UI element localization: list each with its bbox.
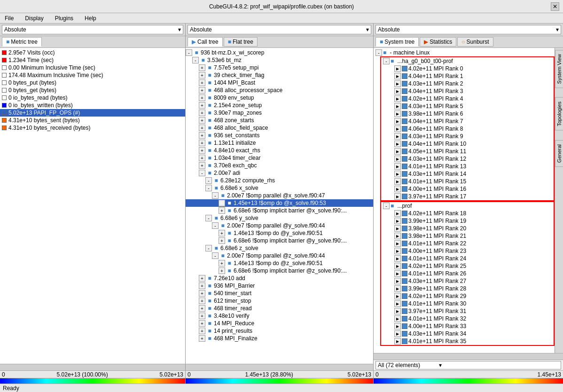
expand-button[interactable]: +: [199, 282, 205, 289]
expand-button[interactable]: +: [199, 335, 205, 342]
expand-button[interactable]: +: [219, 200, 225, 206]
call-tree-row[interactable]: -■2.00e7 adi: [186, 169, 373, 177]
rank-row[interactable]: ▶4.03e+11 MPI Rank 9: [381, 133, 554, 140]
rank-row[interactable]: ▶4.04e+11 MPI Rank 7: [381, 118, 554, 125]
tab-metric-tree[interactable]: ■ Metric tree: [2, 37, 42, 47]
rank-expand[interactable]: ▶: [394, 285, 401, 292]
rank-row[interactable]: ▶3.97e+11 MPI Rank 31: [381, 307, 554, 315]
call-tree-row[interactable]: +■468 MPI_Finalize: [186, 335, 373, 342]
expand-button[interactable]: +: [199, 320, 205, 327]
metric-hscrollbar[interactable]: [0, 364, 185, 370]
expand-button[interactable]: +: [199, 94, 205, 101]
rank-row[interactable]: ▶4.00e+11 MPI Rank 33: [381, 322, 554, 330]
rank-row[interactable]: ▶4.03e+11 MPI Rank 12: [381, 155, 554, 163]
expand-button[interactable]: +: [199, 117, 205, 124]
rank-row[interactable]: ▶3.98e+11 MPI Rank 6: [381, 110, 554, 118]
rank-expand[interactable]: ▶: [394, 88, 401, 94]
rank-expand[interactable]: ▶: [394, 156, 401, 162]
rank-expand[interactable]: ▶: [394, 218, 401, 224]
call-tree-row[interactable]: +■39 check_timer_flag: [186, 71, 373, 79]
call-tree-row[interactable]: +■1.46e13 !$omp do @y_solve.f90:51: [186, 229, 373, 237]
call-tree-content[interactable]: -■936 bt-mz.D.x_wi_scorep-■3.53e6 bt_mz+…: [186, 48, 373, 364]
rank-expand[interactable]: ▶: [394, 315, 401, 322]
expand-button[interactable]: +: [199, 328, 205, 334]
expand-button[interactable]: +: [199, 298, 205, 304]
rank-row[interactable]: ▶4.03e+11 MPI Rank 5: [381, 102, 554, 110]
rank-row[interactable]: ▶4.01e+11 MPI Rank 35: [381, 337, 554, 345]
rank-row[interactable]: ▶4.02e+11 MPI Rank 25: [381, 262, 554, 270]
rank-expand[interactable]: ▶: [394, 80, 401, 87]
rank-expand[interactable]: ▶: [394, 338, 401, 345]
rank-row[interactable]: ▶4.06e+11 MPI Rank 8: [381, 125, 554, 133]
rank-row[interactable]: ▶3.99e+11 MPI Rank 19: [381, 217, 554, 225]
rank-expand[interactable]: ▶: [394, 171, 401, 177]
metric-item[interactable]: 0 bytes_get (bytes): [0, 86, 185, 94]
rank-row[interactable]: ▶4.01e+11 MPI Rank 22: [381, 240, 554, 247]
rank-expand[interactable]: ▶: [394, 300, 401, 307]
expand-button[interactable]: +: [199, 162, 205, 169]
metric-item[interactable]: 4.31e+10 bytes_sent (bytes): [0, 117, 185, 124]
expand-button[interactable]: -: [192, 57, 199, 63]
rank-expand[interactable]: ▶: [394, 133, 401, 140]
metric-item[interactable]: 0 io_bytes_written (bytes): [0, 102, 185, 109]
call-tree-row[interactable]: -■2.00e7 !$omp parallel @x_solve.f90:47: [186, 192, 373, 199]
sidebar-tab-system-view[interactable]: System View: [555, 50, 563, 88]
expand-button[interactable]: +: [199, 87, 205, 94]
expand-button[interactable]: -: [205, 177, 212, 184]
group-header[interactable]: -■ ...ha_g0_b00_t00-prof: [381, 57, 554, 65]
rank-expand[interactable]: ▶: [394, 270, 401, 277]
call-tree-row[interactable]: -■6.28e12 compute_rhs: [186, 177, 373, 184]
rank-row[interactable]: ▶4.04e+11 MPI Rank 3: [381, 87, 554, 95]
call-tree-row[interactable]: -■6.68e6 y_solve: [186, 214, 373, 222]
call-tree-row[interactable]: +■8009 env_setup: [186, 94, 373, 102]
system-tree-content[interactable]: -■ - machine Linux-■ ...ha_g0_b00_t00-pr…: [374, 48, 555, 353]
rank-expand[interactable]: ▶: [394, 210, 401, 217]
expand-button[interactable]: +: [199, 290, 205, 297]
rank-expand[interactable]: ▶: [394, 110, 401, 117]
call-tree-row[interactable]: +■1.45e+13 !$omp do @x_solve.f90:53: [186, 199, 373, 207]
call-tree-row[interactable]: +■540 timer_start: [186, 290, 373, 297]
expand-button[interactable]: +: [199, 110, 205, 116]
expand-button[interactable]: +: [199, 72, 205, 78]
metric-selector[interactable]: Absolute ▾: [2, 25, 183, 34]
group-header[interactable]: -■ ...prof: [381, 202, 554, 210]
system-selector[interactable]: Absolute ▾: [375, 25, 561, 34]
sidebar-tab-general[interactable]: General: [555, 140, 563, 167]
expand-button[interactable]: -: [212, 222, 219, 229]
call-tree-row[interactable]: +■6.68e6 !$omp implicit barrier @y_solve…: [186, 237, 373, 244]
tab-statistics[interactable]: ▶ Statistics: [420, 37, 456, 47]
rank-row[interactable]: ▶4.01e+11 MPI Rank 26: [381, 270, 554, 277]
expand-button[interactable]: -: [205, 185, 212, 191]
rank-expand[interactable]: ▶: [394, 148, 401, 155]
rank-expand[interactable]: ▶: [394, 125, 401, 132]
rank-row[interactable]: ▶4.05e+11 MPI Rank 11: [381, 148, 554, 155]
rank-row[interactable]: ▶4.00e+11 MPI Rank 16: [381, 185, 554, 193]
call-tree-row[interactable]: +■1.03e4 timer_clear: [186, 154, 373, 162]
rank-expand[interactable]: ▶: [394, 193, 401, 200]
rank-row[interactable]: ▶4.01e+11 MPI Rank 32: [381, 315, 554, 322]
expand-button[interactable]: +: [199, 155, 205, 161]
call-tree-row[interactable]: +■468 zone_starts: [186, 117, 373, 124]
tab-system-tree[interactable]: ■ System tree: [375, 37, 419, 47]
rank-expand[interactable]: ▶: [394, 73, 401, 79]
rank-row[interactable]: ▶4.02e+11 MPI Rank 4: [381, 95, 554, 102]
call-selector[interactable]: Absolute ▾: [188, 25, 371, 34]
rank-row[interactable]: ▶4.04e+11 MPI Rank 10: [381, 140, 554, 148]
expand-button[interactable]: +: [199, 147, 205, 154]
rank-row[interactable]: ▶4.02e+11 MPI Rank 18: [381, 210, 554, 217]
metric-item[interactable]: 0.00 Minimum Inclusive Time (sec): [0, 64, 185, 71]
tab-sunburst[interactable]: ○ Sunburst: [457, 37, 493, 47]
call-tree-row[interactable]: +■2.15e4 zone_setup: [186, 102, 373, 109]
rank-row[interactable]: ▶4.02e+11 MPI Rank 29: [381, 292, 554, 300]
metric-item[interactable]: 2.95e7 Visits (occ): [0, 49, 185, 56]
metric-tree-content[interactable]: 2.95e7 Visits (occ)1.23e4 Time (sec)0.00…: [0, 48, 185, 364]
rank-expand[interactable]: ▶: [394, 330, 401, 337]
metric-item[interactable]: 4.31e+10 bytes_received (bytes): [0, 124, 185, 132]
expand-button[interactable]: +: [219, 237, 225, 244]
call-hscrollbar[interactable]: [186, 364, 373, 370]
expand-button[interactable]: -: [199, 170, 205, 176]
close-button[interactable]: ✕: [551, 2, 559, 11]
call-tree-row[interactable]: -■936 bt-mz.D.x_wi_scorep: [186, 49, 373, 56]
expand-button[interactable]: +: [219, 230, 225, 236]
rank-row[interactable]: ▶4.01e+11 MPI Rank 15: [381, 178, 554, 185]
